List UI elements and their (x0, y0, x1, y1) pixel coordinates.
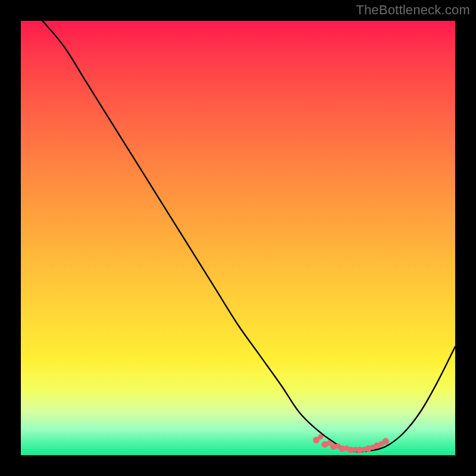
min-region-markers (313, 434, 389, 453)
min-marker (370, 444, 375, 450)
chart-svg (21, 21, 455, 455)
min-marker (318, 434, 323, 440)
min-marker (353, 447, 358, 452)
min-marker (361, 447, 367, 452)
plot-area (21, 21, 455, 455)
watermark-text: TheBottleneck.com (356, 2, 470, 18)
min-marker (327, 440, 332, 446)
outer-frame: TheBottleneck.com (0, 0, 476, 476)
min-marker (378, 441, 384, 447)
bottleneck-curve (43, 21, 456, 452)
min-marker (344, 446, 349, 451)
min-marker (335, 443, 340, 449)
